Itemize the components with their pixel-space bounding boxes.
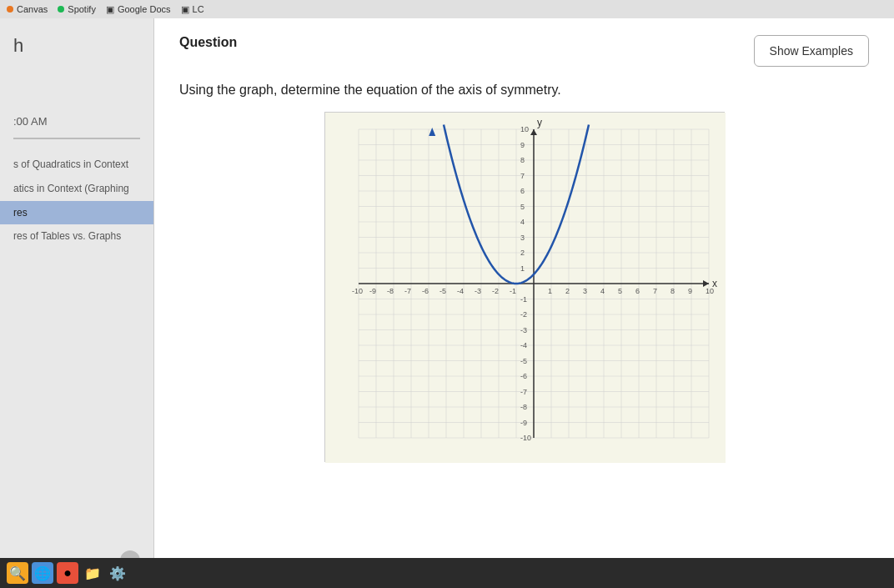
tab-canvas-label: Canvas bbox=[17, 4, 48, 14]
tab-spotify[interactable]: Spotify bbox=[58, 4, 96, 14]
main-content: Question Show Examples Using the graph, … bbox=[154, 18, 894, 588]
taskbar: 🔍 🌐 ● 📁 ⚙️ bbox=[0, 558, 894, 588]
tab-google-docs-label: Google Docs bbox=[118, 4, 171, 14]
taskbar-icon-4[interactable]: 📁 bbox=[82, 562, 103, 584]
taskbar-icon-2[interactable]: 🌐 bbox=[32, 562, 53, 584]
sidebar-divider bbox=[13, 138, 140, 139]
question-text: Using the graph, determine the equation … bbox=[154, 75, 894, 112]
sidebar-time: :00 AM bbox=[0, 65, 153, 134]
tab-canvas[interactable]: Canvas bbox=[7, 4, 48, 14]
sidebar: h :00 AM s of Quadratics in Context atic… bbox=[0, 18, 154, 588]
tab-spotify-label: Spotify bbox=[68, 4, 96, 14]
lc-icon: ▣ bbox=[181, 4, 189, 15]
google-docs-icon: ▣ bbox=[106, 4, 114, 15]
tab-lc[interactable]: ▣ LC bbox=[181, 4, 204, 15]
sidebar-item-graphing[interactable]: atics in Context (Graphing bbox=[0, 177, 153, 201]
sidebar-item-tables-graphs[interactable]: res of Tables vs. Graphs bbox=[0, 224, 153, 249]
show-examples-button[interactable]: Show Examples bbox=[754, 35, 869, 67]
taskbar-icon-1[interactable]: 🔍 bbox=[7, 562, 28, 584]
sidebar-item-quadratics-context[interactable]: s of Quadratics in Context bbox=[0, 143, 153, 177]
sidebar-item-res[interactable]: res bbox=[0, 201, 153, 225]
graph-wrapper bbox=[324, 112, 725, 462]
graph-container bbox=[154, 112, 894, 568]
tab-lc-label: LC bbox=[193, 4, 204, 14]
sidebar-title: h bbox=[0, 18, 153, 65]
taskbar-icon-3[interactable]: ● bbox=[57, 562, 78, 584]
question-label: Question bbox=[179, 35, 237, 50]
browser-bar: Canvas Spotify ▣ Google Docs ▣ LC bbox=[0, 0, 894, 18]
tab-google-docs[interactable]: ▣ Google Docs bbox=[106, 4, 171, 15]
taskbar-icon-5[interactable]: ⚙️ bbox=[107, 562, 128, 584]
main-header: Question Show Examples bbox=[154, 18, 894, 75]
graph-canvas bbox=[325, 113, 726, 463]
